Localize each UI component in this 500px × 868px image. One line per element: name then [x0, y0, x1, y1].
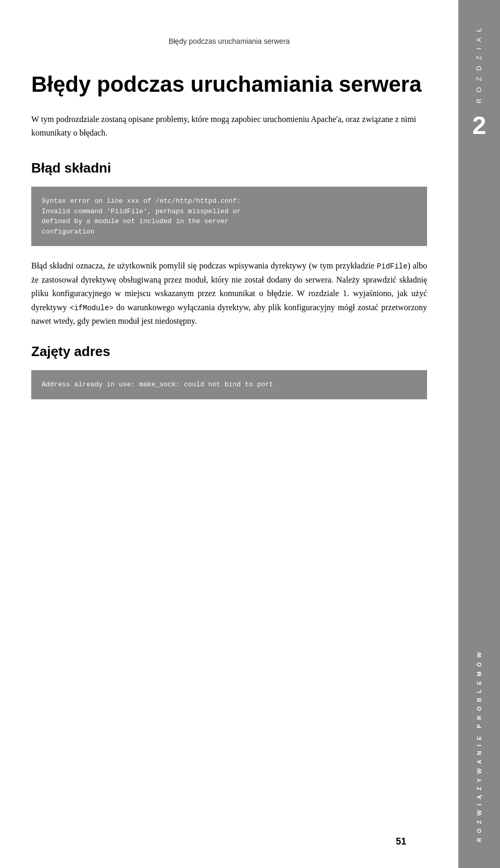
sidebar-bottom-label: R O Z W I Ą Z Y W A N I E P R O B L E M …: [476, 651, 482, 842]
sidebar-bottom: R O Z W I Ą Z Y W A N I E P R O B L E M …: [476, 651, 482, 858]
section2-heading: Zajęty adres: [31, 344, 427, 360]
main-content: Błędy podczas uruchamiania serwera Błędy…: [0, 0, 458, 868]
code-block-2: Address already in use: make_sock: could…: [31, 370, 427, 399]
right-sidebar: R O Z D Z I A Ł 2 R O Z W I Ą Z Y W A N …: [458, 0, 500, 868]
section1-heading: Błąd składni: [31, 160, 427, 176]
header-title: Błędy podczas uruchamiania serwera: [169, 37, 290, 45]
page-container: Błędy podczas uruchamiania serwera Błędy…: [0, 0, 500, 868]
page-number: 51: [396, 836, 406, 847]
code-block-1: Syntax error on line xxx of /etc/http/ht…: [31, 187, 427, 246]
sidebar-chapter-number: 2: [472, 111, 486, 140]
code-text-1: Syntax error on line xxx of /etc/http/ht…: [42, 196, 417, 237]
intro-paragraph: W tym podrozdziale zostaną opisane probl…: [31, 113, 427, 139]
code-text-2: Address already in use: make_sock: could…: [42, 380, 417, 390]
page-header: Błędy podczas uruchamiania serwera: [31, 31, 427, 46]
chapter-title: Błędy podczas uruchamiania serwera: [31, 72, 427, 97]
sidebar-top: R O Z D Z I A Ł 2: [472, 10, 486, 140]
section1-body: Błąd składni oznacza, że użytkownik pomy…: [31, 259, 427, 328]
sidebar-chapter-label: R O Z D Z I A Ł: [475, 26, 483, 103]
